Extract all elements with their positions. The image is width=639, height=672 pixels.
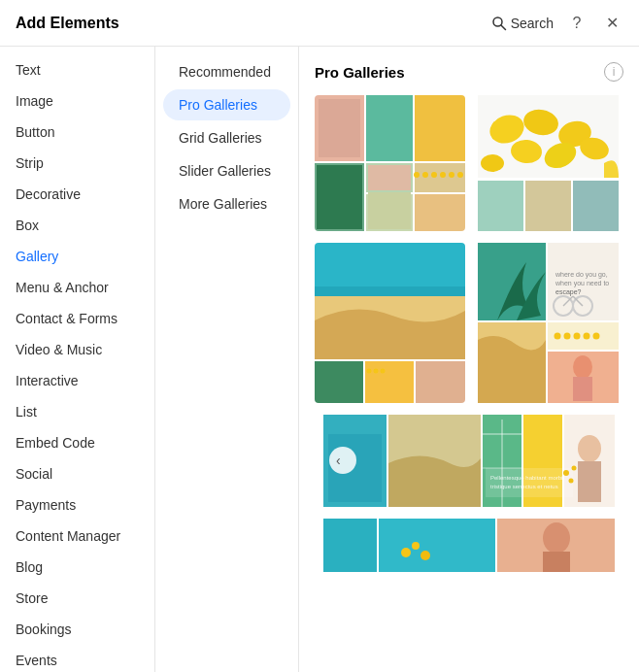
sub-sidebar-item-slider-galleries[interactable]: Slider Galleries xyxy=(163,155,290,186)
svg-point-18 xyxy=(449,172,454,178)
svg-point-55 xyxy=(564,333,571,340)
sidebar-item-decorative[interactable]: Decorative xyxy=(0,179,154,210)
gallery-thumb-3[interactable] xyxy=(315,243,465,403)
gallery-svg-4: where do you go, when you need to escape… xyxy=(473,243,623,403)
svg-point-17 xyxy=(440,172,446,178)
svg-rect-38 xyxy=(365,361,414,403)
gallery-thumb-5[interactable]: ‹ Pellentesque habitant morbi tristique … xyxy=(315,415,623,507)
sub-sidebar-item-more-galleries[interactable]: More Galleries xyxy=(163,188,290,219)
sidebar-item-list[interactable]: List xyxy=(0,396,154,427)
page-title: Add Elements xyxy=(16,15,119,32)
gallery-thumb-6[interactable] xyxy=(315,519,623,572)
gallery-row-3: ‹ Pellentesque habitant morbi tristique … xyxy=(315,415,623,507)
sidebar-item-blog[interactable]: Blog xyxy=(0,552,154,583)
sidebar-item-bookings[interactable]: Bookings xyxy=(0,614,154,645)
svg-text:where do you go,: where do you go, xyxy=(555,271,608,279)
gallery-svg-2 xyxy=(473,95,623,231)
sidebar-item-content-manager[interactable]: Content Manager xyxy=(0,521,154,552)
svg-rect-90 xyxy=(543,552,570,572)
help-button[interactable]: ? xyxy=(565,12,589,35)
search-icon xyxy=(491,16,507,31)
help-icon: ? xyxy=(573,15,582,32)
svg-rect-33 xyxy=(573,181,619,231)
svg-point-81 xyxy=(569,479,574,484)
svg-rect-39 xyxy=(416,361,465,403)
close-button[interactable]: ✕ xyxy=(600,12,623,35)
gallery-row-1 xyxy=(315,95,623,231)
svg-rect-3 xyxy=(366,95,413,161)
sidebar-item-strip[interactable]: Strip xyxy=(0,148,154,179)
header: Add Elements Search ? ✕ xyxy=(0,0,639,47)
close-icon: ✕ xyxy=(606,14,619,32)
section-header: Pro Galleries i xyxy=(315,62,623,82)
sidebar-item-events[interactable]: Events xyxy=(0,645,154,672)
svg-point-87 xyxy=(420,551,430,560)
svg-rect-35 xyxy=(315,286,465,296)
sidebar-item-gallery[interactable]: Gallery xyxy=(0,241,154,272)
gallery-svg-6 xyxy=(315,519,623,572)
sidebar-item-box[interactable]: Box xyxy=(0,210,154,241)
svg-point-79 xyxy=(563,470,569,476)
sidebar-item-embed-code[interactable]: Embed Code xyxy=(0,427,154,458)
svg-point-58 xyxy=(593,333,600,340)
svg-point-60 xyxy=(573,355,592,379)
svg-point-86 xyxy=(412,542,420,550)
svg-rect-12 xyxy=(317,165,362,229)
sub-sidebar: Recommended Pro Galleries Grid Galleries… xyxy=(155,47,299,672)
sidebar-item-video-music[interactable]: Video & Music xyxy=(0,334,154,365)
svg-rect-9 xyxy=(415,194,465,231)
svg-point-14 xyxy=(414,172,420,178)
svg-rect-37 xyxy=(315,361,363,403)
svg-text:escape?: escape? xyxy=(555,288,582,296)
sidebar-item-button[interactable]: Button xyxy=(0,117,154,148)
search-button[interactable]: Search xyxy=(491,16,554,31)
svg-point-27 xyxy=(481,154,504,172)
svg-point-19 xyxy=(457,172,463,178)
svg-rect-84 xyxy=(379,519,495,572)
body-layout: Text Image Button Strip Decorative Box G… xyxy=(0,47,639,672)
svg-point-74 xyxy=(329,447,356,474)
main-content: Pro Galleries i xyxy=(299,47,639,672)
sidebar-item-store[interactable]: Store xyxy=(0,583,154,614)
sidebar-item-social[interactable]: Social xyxy=(0,458,154,489)
header-actions: Search ? ✕ xyxy=(491,12,623,35)
svg-rect-76 xyxy=(486,468,573,497)
svg-point-16 xyxy=(431,172,437,178)
sub-sidebar-item-grid-galleries[interactable]: Grid Galleries xyxy=(163,122,290,153)
gallery-thumb-2[interactable] xyxy=(473,95,623,231)
svg-rect-31 xyxy=(478,181,523,231)
sub-sidebar-item-recommended[interactable]: Recommended xyxy=(163,56,290,87)
svg-point-80 xyxy=(572,466,577,471)
svg-point-85 xyxy=(401,548,411,557)
svg-rect-82 xyxy=(323,519,377,572)
gallery-thumb-1[interactable] xyxy=(315,95,465,231)
sub-sidebar-item-pro-galleries[interactable]: Pro Galleries xyxy=(163,89,290,120)
sidebar-item-text[interactable]: Text xyxy=(0,54,154,85)
svg-rect-4 xyxy=(415,95,465,161)
sidebar: Text Image Button Strip Decorative Box G… xyxy=(0,47,155,672)
gallery-row-2: where do you go, when you need to escape… xyxy=(315,243,623,403)
svg-point-54 xyxy=(555,333,561,340)
svg-text:tristique senectus et netus: tristique senectus et netus xyxy=(490,484,558,489)
svg-text:when you need to: when you need to xyxy=(555,280,609,287)
sidebar-item-contact-forms[interactable]: Contact & Forms xyxy=(0,303,154,334)
sidebar-item-menu-anchor[interactable]: Menu & Anchor xyxy=(0,272,154,303)
sidebar-item-interactive[interactable]: Interactive xyxy=(0,365,154,396)
svg-text:‹: ‹ xyxy=(336,453,341,468)
svg-point-89 xyxy=(543,522,570,554)
svg-point-72 xyxy=(578,435,601,462)
gallery-svg-3 xyxy=(315,243,465,403)
sidebar-item-image[interactable]: Image xyxy=(0,85,154,117)
svg-rect-7 xyxy=(415,163,465,192)
gallery-svg-5: ‹ Pellentesque habitant morbi tristique … xyxy=(315,415,623,507)
gallery-svg-1 xyxy=(315,95,465,231)
info-icon[interactable]: i xyxy=(604,62,623,82)
section-title: Pro Galleries xyxy=(315,64,405,81)
svg-point-56 xyxy=(574,333,581,340)
gallery-thumb-4[interactable]: where do you go, when you need to escape… xyxy=(473,243,623,403)
sidebar-item-payments[interactable]: Payments xyxy=(0,489,154,521)
svg-rect-32 xyxy=(525,181,571,231)
svg-point-42 xyxy=(381,369,386,374)
svg-point-57 xyxy=(584,333,590,340)
search-label: Search xyxy=(511,16,554,31)
